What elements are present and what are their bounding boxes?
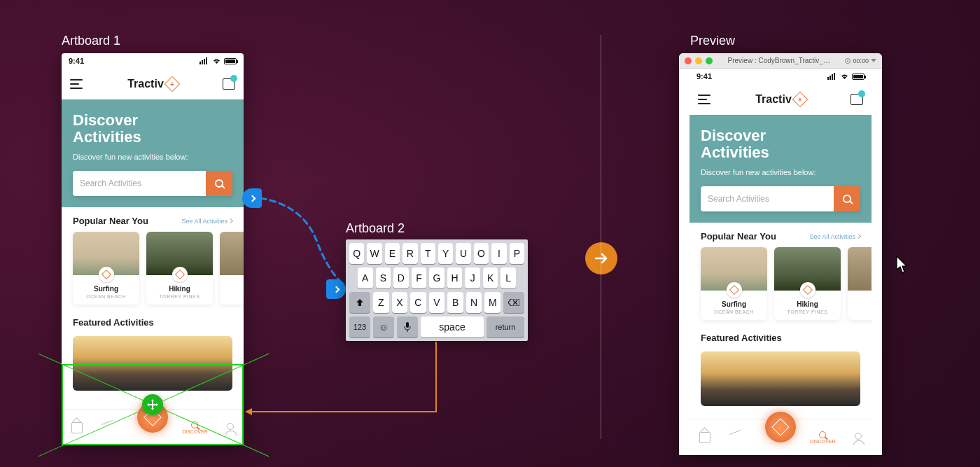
key[interactable]: W	[367, 243, 382, 264]
record-indicator[interactable]: 00:00	[845, 57, 876, 64]
card-third[interactable]	[848, 247, 872, 320]
artboard1-phone[interactable]: 9:41 Tractiv + DiscoverActivities Discov…	[62, 53, 244, 445]
cursor-icon	[896, 256, 909, 274]
mic-key[interactable]	[397, 316, 418, 337]
key[interactable]: X	[392, 292, 408, 313]
home-icon	[71, 422, 83, 433]
svg-rect-0	[406, 322, 409, 328]
nav-discover[interactable]: DISCOVER	[182, 421, 208, 434]
signal-icon	[827, 73, 837, 80]
backspace-icon	[508, 299, 519, 306]
pulse-icon	[102, 422, 113, 433]
key[interactable]: E	[385, 243, 400, 264]
hero-title: DiscoverActivities	[73, 112, 232, 146]
nav-activity[interactable]	[729, 432, 741, 443]
key[interactable]: G	[429, 267, 444, 288]
key[interactable]: L	[500, 267, 516, 288]
key[interactable]: F	[412, 267, 427, 288]
see-all-link[interactable]: See All Activities	[181, 218, 232, 225]
card-diamond-icon	[727, 282, 742, 298]
menu-icon[interactable]	[70, 79, 83, 89]
prototype-wire-target[interactable]	[326, 279, 346, 299]
artboard1-label: Artboard 1	[62, 34, 120, 48]
search-button[interactable]	[206, 171, 232, 196]
key[interactable]: H	[447, 267, 463, 288]
card-third[interactable]	[220, 232, 244, 305]
search-input[interactable]	[701, 186, 834, 211]
key[interactable]: Y	[438, 243, 453, 264]
search-button[interactable]	[834, 186, 860, 211]
close-icon[interactable]	[685, 57, 692, 64]
space-key[interactable]: space	[421, 316, 484, 337]
featured-image[interactable]	[73, 336, 232, 391]
searchbar	[73, 171, 232, 196]
shift-key[interactable]	[349, 292, 370, 313]
card-surfing[interactable]: SurfingOCEAN BEACH	[701, 247, 767, 320]
key[interactable]: T	[421, 243, 435, 264]
featured-heading: Featured Activities	[73, 317, 154, 328]
preview-phone[interactable]: 9:41 Tractiv + DiscoverActivities Discov…	[690, 69, 872, 455]
artboard2-keyboard[interactable]: Q W E R T Y U O I P A S D F G H J K L Z …	[346, 239, 528, 341]
emoji-key[interactable]: ☺	[373, 316, 394, 337]
hero-subtitle: Discover fun new activities below:	[73, 153, 232, 161]
vertical-divider	[601, 35, 601, 439]
key[interactable]: V	[429, 292, 445, 313]
key[interactable]: K	[483, 267, 498, 288]
nav-home[interactable]	[71, 422, 83, 433]
return-key[interactable]: return	[486, 316, 524, 337]
maximize-icon[interactable]	[706, 57, 713, 64]
chevron-right-icon	[248, 195, 255, 202]
key[interactable]: M	[484, 292, 500, 313]
nav-home[interactable]	[699, 432, 710, 443]
cards-scroller[interactable]: SurfingOCEAN BEACH HikingTORREY PINES	[690, 247, 872, 328]
inbox-icon[interactable]	[850, 94, 863, 105]
popular-heading: Popular Near You	[701, 231, 776, 242]
key[interactable]: D	[393, 267, 409, 288]
minimize-icon[interactable]	[695, 57, 702, 64]
search-input[interactable]	[73, 171, 206, 196]
key[interactable]: U	[456, 243, 470, 264]
card-subtitle: TORREY PINES	[778, 309, 836, 314]
fab-button[interactable]	[137, 402, 168, 433]
arrow-indicator	[585, 242, 617, 274]
menu-icon[interactable]	[698, 95, 710, 104]
keyboard-row: Q W E R T Y U O I P	[349, 243, 524, 264]
card-hiking[interactable]: HikingTORREY PINES	[146, 232, 213, 305]
cards-scroller[interactable]: SurfingOCEAN BEACH HikingTORREY PINES	[62, 232, 244, 313]
statusbar-time: 9:41	[696, 72, 712, 81]
key[interactable]: P	[510, 243, 524, 264]
card-surfing[interactable]: SurfingOCEAN BEACH	[73, 232, 139, 305]
prototype-wire-source[interactable]	[242, 188, 262, 208]
key[interactable]: R	[402, 243, 417, 264]
nav-profile[interactable]	[227, 426, 234, 430]
fab-button[interactable]	[765, 412, 796, 442]
see-all-link[interactable]: See All Activities	[809, 233, 860, 240]
preview-body: 9:41 Tractiv + DiscoverActivities Discov…	[679, 69, 882, 455]
key[interactable]: Z	[373, 292, 389, 313]
key[interactable]: A	[358, 267, 373, 288]
home-icon	[699, 432, 710, 443]
nav-discover[interactable]: DISCOVER	[810, 431, 836, 444]
nav-activity[interactable]	[102, 422, 113, 433]
inbox-icon[interactable]	[223, 78, 235, 90]
key[interactable]: S	[376, 267, 391, 288]
keyboard-row: Z X C V B N M	[349, 292, 524, 313]
card-hiking[interactable]: HikingTORREY PINES	[774, 247, 841, 320]
key[interactable]: B	[447, 292, 463, 313]
featured-image[interactable]	[701, 351, 860, 406]
plus-diamond-icon	[771, 418, 789, 435]
key[interactable]: J	[465, 267, 480, 288]
user-icon	[855, 433, 862, 440]
key[interactable]: N	[466, 292, 482, 313]
key[interactable]: C	[410, 292, 426, 313]
backspace-key[interactable]	[503, 292, 524, 313]
numbers-key[interactable]: 123	[349, 316, 370, 337]
nav-label: DISCOVER	[810, 439, 836, 444]
nav-profile[interactable]	[855, 435, 862, 440]
key[interactable]: O	[474, 243, 489, 264]
key[interactable]: Q	[349, 243, 364, 264]
popular-header: Popular Near You See All Activities	[62, 207, 244, 232]
preview-window[interactable]: Preview : CodyBrown_Tractiv_… 00:00 9:41…	[679, 53, 882, 455]
window-title: Preview : CodyBrown_Tractiv_…	[717, 57, 841, 64]
key[interactable]: I	[491, 243, 506, 264]
